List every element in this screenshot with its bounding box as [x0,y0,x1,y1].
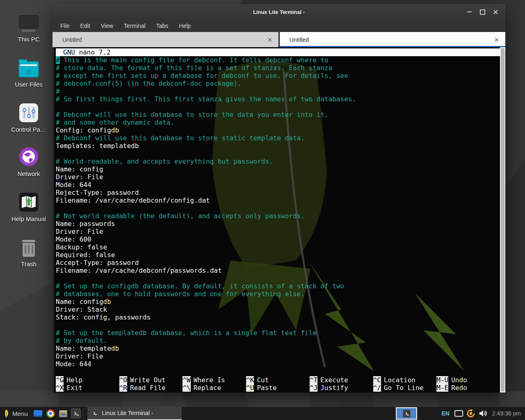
editor-line: Filename: /var/cache/debconf/config.dat [56,196,500,204]
menu-help[interactable]: Help [173,20,196,32]
home-folder-icon: ⌂ [7,57,50,77]
editor-line: # Set up the templatedb database, which … [56,329,500,337]
shortcut-label: Exit [66,384,82,392]
terminal-view[interactable]: GNU nano 7.2 /etc/debconf.conf # This is… [54,47,505,393]
trash-icon [7,236,50,257]
nano-shortcut: ^\Replace [183,384,246,392]
desktop-icon-label: Trash [7,260,50,267]
file-manager-launcher[interactable] [32,408,43,419]
editor-line [56,204,500,212]
task-button-terminal[interactable]: Linux Lite Terminal - [87,407,182,420]
editor-line: Required: false [56,251,500,259]
menu-file[interactable]: File [55,20,75,32]
chrome-launcher[interactable] [45,408,56,419]
shortcut-key: ^K [246,376,254,384]
terminal-icon [403,410,411,418]
nano-shortcut: ^RRead File [119,384,183,392]
desktop-icon-control-panel[interactable]: Control Pa… [7,102,50,133]
shortcut-label: Execute [320,376,348,384]
menu-edit[interactable]: Edit [75,20,96,32]
editor-line [56,150,500,158]
nano-header: GNU nano 7.2 /etc/debconf.conf [56,48,500,56]
editor-line [56,274,500,282]
tab-untitled-1[interactable]: Untitled [52,32,278,47]
editor-line: # World-readable, and accepts everything… [56,158,500,165]
terminal-icon [71,409,81,418]
desktop-icon-user-files[interactable]: ⌂ User Files [7,57,50,88]
tab-label: Untitled [280,37,309,43]
tab-close-button[interactable] [494,37,500,43]
workspace-pager[interactable] [396,407,417,420]
archive-icon [59,410,67,417]
nano-shortcut: ^OWrite Out [119,376,183,384]
nano-editor[interactable]: GNU nano 7.2 /etc/debconf.conf # This is… [54,47,500,393]
volume-icon[interactable] [479,410,487,417]
shortcut-label: Justify [320,384,348,392]
shortcut-label: Write Out [130,376,166,384]
tab-untitled-2[interactable]: Untitled [280,32,506,47]
menubar: File Edit View Terminal Tabs Help [52,20,505,32]
maximize-button[interactable] [476,4,489,20]
shortcut-label: Location [384,376,415,384]
chrome-icon [46,409,55,418]
desktop-icon-label: This PC [7,36,50,43]
keyboard-layout-indicator[interactable]: EN [441,410,449,417]
editor-line: # by default. [56,337,500,345]
menu-label: Menu [12,410,28,417]
close-button[interactable] [489,4,502,20]
shortcut-key: ^C [373,376,381,384]
taskbar-clock[interactable]: 2:49:36 pm [492,410,521,417]
shortcut-label: Cut [257,376,269,384]
desktop-icon-help-manual[interactable]: Help Manual [7,191,50,222]
this-pc-icon [7,11,50,32]
start-menu-button[interactable]: Menu [0,407,32,420]
editor-line: Name: config [56,165,500,173]
window-title: Linux Lite Terminal - [253,9,305,15]
scrollbar-thumb[interactable] [501,48,504,392]
taskbar-separator [83,409,87,418]
minimize-button[interactable] [463,4,476,20]
display-icon[interactable] [454,410,463,417]
terminal-launcher[interactable] [71,408,82,419]
tab-close-button[interactable] [267,37,273,43]
shortcut-key: ^R [119,384,127,392]
desktop-icon-trash[interactable]: Trash [7,236,50,267]
menu-terminal[interactable]: Terminal [119,20,151,32]
editor-text-area[interactable]: # This is the main config file for debco… [54,56,500,376]
close-icon [493,10,498,14]
window-titlebar[interactable]: Linux Lite Terminal - [52,4,505,20]
shortcut-key: M-E [436,384,448,392]
shortcut-key: ^/ [373,384,381,392]
desktop-icon-label: User Files [7,81,50,88]
nano-shortcut: ^WWhere Is [183,376,246,384]
editor-line: Mode: 644 [56,181,500,189]
shortcut-label: Redo [451,384,467,392]
desktop-icon-label: Network [7,170,50,177]
nano-shortcut: ^UPaste [246,384,310,392]
update-notifier-icon[interactable] [466,409,475,418]
menu-view[interactable]: View [96,20,119,32]
maximize-icon [480,9,485,15]
shortcut-key: ^J [310,384,317,392]
archive-launcher[interactable] [58,408,69,419]
editor-line: Templates: templatedb [56,142,500,150]
desktop-icon-label: Control Pa… [7,126,50,133]
editor-line: # [56,87,500,95]
terminal-window: Linux Lite Terminal - File Edit View Ter… [52,4,505,393]
desktop-icon-this-pc[interactable]: This PC [7,11,50,43]
editor-line: # So first things first. This first stan… [56,95,500,103]
editor-line: Name: templatedb [56,345,500,352]
editor-line: Backup: false [56,243,500,251]
scrollbar-track[interactable] [500,47,505,393]
editor-line: Driver: Stack [56,306,500,313]
nano-shortcut: ^GHelp [56,376,119,384]
desktop-icon-network[interactable]: Network [7,146,50,177]
nano-shortcut: ^TExecute [310,376,373,384]
nano-shortcut: M-UUndo [436,376,500,384]
taskbar: Menu Linux Lite Terminal - EN [0,407,525,420]
editor-line: # except the first sets up a database fo… [56,72,500,80]
menu-tabs[interactable]: Tabs [151,20,174,32]
nano-shortcut-bar: ^GHelp^OWrite Out^WWhere Is^KCut^TExecut… [54,376,500,393]
editor-line: Name: passwords [56,220,500,228]
shortcut-key: ^G [56,376,64,384]
